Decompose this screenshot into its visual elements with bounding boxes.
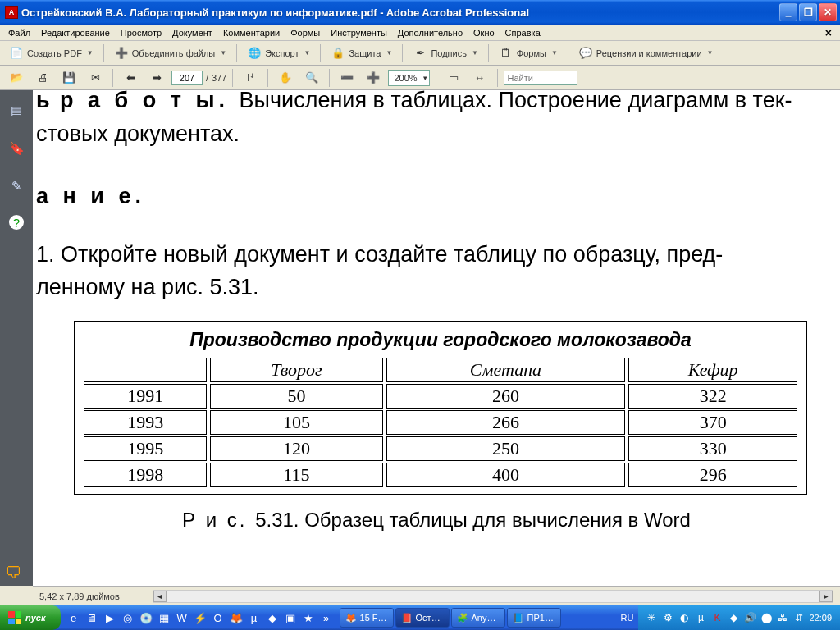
page-number-input[interactable] xyxy=(171,71,203,85)
clock[interactable]: 22:09 xyxy=(809,613,832,623)
taskbar-task[interactable]: 📘ПР1… xyxy=(507,608,561,628)
table-cell: 330 xyxy=(628,436,797,461)
tray-usb-icon[interactable]: ⇵ xyxy=(792,611,806,624)
open-button[interactable]: 📂 xyxy=(5,68,28,88)
table-header: Творог xyxy=(210,358,382,382)
menu-advanced[interactable]: Дополнительно xyxy=(393,26,468,39)
tray-icon[interactable]: µ xyxy=(694,611,707,624)
menu-help[interactable]: Справка xyxy=(500,26,546,39)
horizontal-scrollbar[interactable]: ◄ ► xyxy=(153,590,833,603)
create-pdf-button[interactable]: 📄Создать PDF▼ xyxy=(5,43,98,63)
email-button[interactable]: ✉ xyxy=(84,68,107,88)
tray-icon[interactable]: ✳ xyxy=(645,611,658,624)
table-cell: 250 xyxy=(386,436,626,461)
ql-ie-icon[interactable]: e xyxy=(66,609,82,627)
ql-utorrent-icon[interactable]: µ xyxy=(246,609,262,627)
ql-app2-icon[interactable]: 💿 xyxy=(138,609,154,627)
ql-opera-icon[interactable]: O xyxy=(210,609,226,627)
page-dimensions: 5,42 x 7,89 дюймов xyxy=(39,591,120,601)
menu-forms[interactable]: Формы xyxy=(285,26,325,39)
close-button[interactable]: ✕ xyxy=(819,3,837,21)
ql-desktop-icon[interactable]: 🖥 xyxy=(84,609,100,627)
menu-document[interactable]: Документ xyxy=(167,26,217,39)
ql-word-icon[interactable]: W xyxy=(174,609,190,627)
menu-comments[interactable]: Комментарии xyxy=(218,26,285,39)
select-tool[interactable]: Iꜜ xyxy=(239,68,262,88)
review-button[interactable]: 💬Рецензии и комментарии▼ xyxy=(574,43,718,63)
export-button[interactable]: 🌐Экспорт▼ xyxy=(243,43,314,63)
find-input[interactable] xyxy=(504,71,578,85)
bookmarks-panel-icon[interactable]: 🔖 xyxy=(7,139,25,158)
ql-app5-icon[interactable]: ★ xyxy=(300,609,317,627)
prev-page-button[interactable]: ⬅ xyxy=(119,68,142,88)
menu-view[interactable]: Просмотр xyxy=(116,26,167,39)
ql-firefox-icon[interactable]: 🦊 xyxy=(228,609,244,627)
zoom-in-button[interactable]: ➕ xyxy=(362,68,385,88)
tray-icon[interactable]: ◐ xyxy=(678,611,691,624)
signatures-panel-icon[interactable]: ✎ xyxy=(7,177,25,195)
menu-tools[interactable]: Инструменты xyxy=(326,26,392,39)
scroll-left-button[interactable]: ◄ xyxy=(153,591,167,602)
taskbar-task[interactable]: 📕Ост… xyxy=(395,608,450,628)
hand-tool[interactable]: ✋ xyxy=(274,68,297,88)
next-page-button[interactable]: ➡ xyxy=(145,68,168,88)
help-panel-icon[interactable]: ? xyxy=(9,215,24,230)
window-title: Острейковский В.А. Лабораторный практику… xyxy=(21,7,779,19)
mdi-close-button[interactable]: × xyxy=(820,26,837,39)
forms-button[interactable]: 🗒Формы▼ xyxy=(495,43,562,63)
minimize-button[interactable]: _ xyxy=(779,3,797,21)
ql-app1-icon[interactable]: ◎ xyxy=(120,609,136,627)
save-button[interactable]: 💾 xyxy=(57,68,80,88)
sign-button[interactable]: ✒Подпись▼ xyxy=(409,43,482,63)
menu-edit[interactable]: Редактирование xyxy=(36,26,115,39)
table-header: Сметана xyxy=(386,358,626,382)
table-header xyxy=(84,358,207,382)
tray-icon[interactable]: ⬤ xyxy=(760,611,773,624)
table-header: Кефир xyxy=(628,358,797,382)
create-pdf-icon: 📄 xyxy=(9,46,24,61)
comments-panel-icon[interactable]: 🗨 xyxy=(5,564,21,582)
table-cell: 105 xyxy=(210,410,382,435)
start-button[interactable]: пуск xyxy=(0,605,61,630)
tray-network-icon[interactable]: 🖧 xyxy=(776,611,789,624)
zoom-select[interactable]: 200% xyxy=(388,70,429,86)
quick-launch: e 🖥 ▶ ◎ 💿 ▦ W ⚡ O 🦊 µ ◆ ▣ ★ » xyxy=(66,609,335,627)
print-button[interactable]: 🖨 xyxy=(31,68,54,88)
cursor-icon: Iꜜ xyxy=(243,71,258,85)
pen-icon: ✒ xyxy=(413,46,427,61)
taskbar-task[interactable]: 🦊15 F… xyxy=(340,608,394,628)
ql-media-icon[interactable]: ▶ xyxy=(102,609,118,627)
pages-panel-icon[interactable]: ▤ xyxy=(7,102,25,120)
language-indicator[interactable]: RU xyxy=(616,613,639,623)
secure-button[interactable]: 🔒Защита▼ xyxy=(326,43,396,63)
hand-icon: ✋ xyxy=(278,71,293,85)
ql-app4-icon[interactable]: ▣ xyxy=(282,609,299,627)
table-cell: 1995 xyxy=(84,436,207,461)
windows-logo-icon xyxy=(8,611,21,624)
fit-page-button[interactable]: ▭ xyxy=(442,68,465,88)
maximize-button[interactable]: ❐ xyxy=(799,3,817,21)
tray-volume-icon[interactable]: 🔊 xyxy=(743,611,756,624)
tray-icon[interactable]: ⚙ xyxy=(661,611,674,624)
combine-files-button[interactable]: ➕Объединить файлы▼ xyxy=(110,43,231,63)
ql-chevron-icon[interactable]: » xyxy=(318,609,335,627)
taskbar-task[interactable]: 🧩Any… xyxy=(451,608,505,628)
scroll-right-button[interactable]: ► xyxy=(819,591,833,602)
tray-kaspersky-icon[interactable]: K xyxy=(710,611,724,624)
toolbar-main: 📄Создать PDF▼ ➕Объединить файлы▼ 🌐Экспор… xyxy=(0,41,840,66)
menu-window[interactable]: Окно xyxy=(468,26,500,39)
page-total: 377 xyxy=(212,73,226,83)
menu-file[interactable]: Файл xyxy=(3,26,35,39)
fit-width-button[interactable]: ↔ xyxy=(468,68,491,88)
tray-icon[interactable]: ◆ xyxy=(727,611,740,624)
zoom-out-button[interactable]: ➖ xyxy=(336,68,358,88)
marquee-zoom[interactable]: 🔍 xyxy=(300,68,323,88)
ql-winamp-icon[interactable]: ⚡ xyxy=(192,609,208,627)
table-cell: 296 xyxy=(628,463,797,487)
table-cell: 370 xyxy=(628,410,797,435)
ql-app3-icon[interactable]: ◆ xyxy=(264,609,281,627)
combine-icon: ➕ xyxy=(114,46,129,61)
ql-total-icon[interactable]: ▦ xyxy=(156,609,172,627)
document-view[interactable]: ь р а б о т ы. Вычисления в таблицах. По… xyxy=(33,90,840,586)
minus-icon: ➖ xyxy=(340,71,354,85)
